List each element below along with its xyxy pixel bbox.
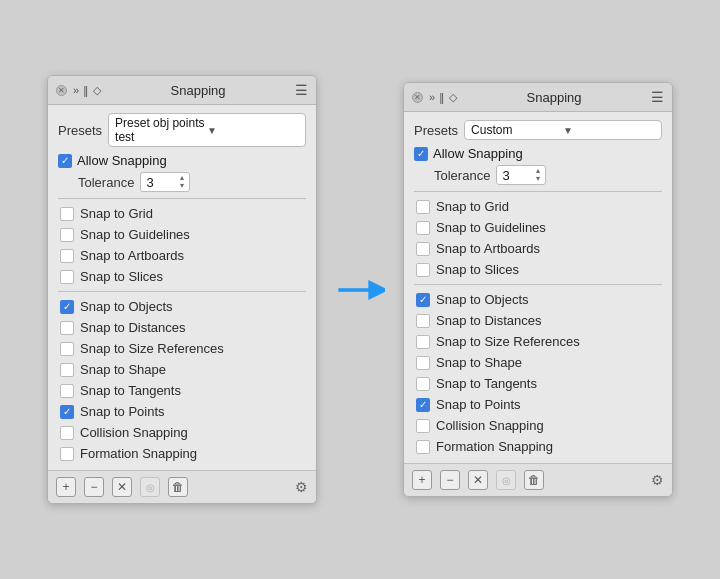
clear-icon[interactable]: ✕ (112, 477, 132, 497)
right-snap-grid-checkbox[interactable] (416, 200, 430, 214)
right-divider-2 (414, 284, 662, 285)
list-item: Snap to Distances (414, 310, 662, 331)
list-item: Snap to Size References (414, 331, 662, 352)
left-panel-footer: + − ✕ ◎ 🗑 ⚙ (48, 470, 316, 503)
snap-shape-checkbox[interactable] (60, 363, 74, 377)
list-item: Snap to Slices (414, 259, 662, 280)
right-close-icon[interactable]: ✕ (412, 92, 423, 103)
left-divider-2 (58, 291, 306, 292)
right-snap-distances-checkbox[interactable] (416, 314, 430, 328)
snap-guidelines-checkbox[interactable] (60, 228, 74, 242)
chevron-right-icon: » (73, 84, 79, 96)
right-snap-objects-label: Snap to Objects (436, 292, 529, 307)
left-tolerance-value: 3 (146, 175, 153, 190)
right-snap-objects-checkbox[interactable]: ✓ (416, 293, 430, 307)
arrow-icon (335, 275, 385, 305)
right-allow-snapping-row: ✓ Allow Snapping (414, 146, 662, 161)
main-container: ✕ » ‖ ◇ Snapping ☰ Presets Preset obj po… (27, 55, 693, 524)
left-divider-1 (58, 198, 306, 199)
trash-icon[interactable]: 🗑 (168, 477, 188, 497)
formation-snapping-checkbox[interactable] (60, 447, 74, 461)
right-snap-guidelines-label: Snap to Guidelines (436, 220, 546, 235)
left-panel: ✕ » ‖ ◇ Snapping ☰ Presets Preset obj po… (47, 75, 317, 504)
left-tolerance-row: Tolerance 3 ▴▾ (58, 172, 306, 192)
list-item: Snap to Guidelines (414, 217, 662, 238)
right-panel-footer: + − ✕ ◎ 🗑 ⚙ (404, 463, 672, 496)
right-divider-1 (414, 191, 662, 192)
list-item: Snap to Grid (58, 203, 306, 224)
left-dropdown-arrow: ▼ (207, 125, 299, 136)
snap-objects-checkbox[interactable]: ✓ (60, 300, 74, 314)
right-preset-value: Custom (471, 123, 563, 137)
snap-distances-checkbox[interactable] (60, 321, 74, 335)
list-item: Snap to Artboards (58, 245, 306, 266)
right-tolerance-input[interactable]: 3 ▴▾ (496, 165, 546, 185)
right-trash-icon[interactable]: 🗑 (524, 470, 544, 490)
list-item: ✓ Snap to Objects (58, 296, 306, 317)
right-snap-shape-label: Snap to Shape (436, 355, 522, 370)
list-item: Formation Snapping (58, 443, 306, 464)
snap-objects-label: Snap to Objects (80, 299, 173, 314)
right-snap-points-label: Snap to Points (436, 397, 521, 412)
snap-tangents-checkbox[interactable] (60, 384, 74, 398)
right-panel: ✕ » ‖ ◇ Snapping ☰ Presets Custom ▼ ✓ Al… (403, 82, 673, 497)
right-allow-snapping-checkbox[interactable]: ✓ (414, 147, 428, 161)
list-item: Snap to Shape (58, 359, 306, 380)
right-snap-guidelines-checkbox[interactable] (416, 221, 430, 235)
left-preset-value: Preset obj points test (115, 116, 207, 144)
right-collision-snapping-checkbox[interactable] (416, 419, 430, 433)
right-presets-row: Presets Custom ▼ (414, 120, 662, 140)
snap-slices-checkbox[interactable] (60, 270, 74, 284)
right-preset-dropdown[interactable]: Custom ▼ (464, 120, 662, 140)
right-snap-tangents-checkbox[interactable] (416, 377, 430, 391)
remove-icon[interactable]: − (84, 477, 104, 497)
sliders-icon[interactable]: ⚙ (295, 479, 308, 495)
right-snap-shape-checkbox[interactable] (416, 356, 430, 370)
right-tolerance-stepper[interactable]: ▴▾ (536, 167, 540, 183)
right-snap-grid-label: Snap to Grid (436, 199, 509, 214)
left-preset-dropdown[interactable]: Preset obj points test ▼ (108, 113, 306, 147)
left-allow-snapping-checkbox[interactable]: ✓ (58, 154, 72, 168)
left-tolerance-input[interactable]: 3 ▴▾ (140, 172, 190, 192)
list-item: Snap to Size References (58, 338, 306, 359)
right-menu-icon[interactable]: ☰ (651, 89, 664, 105)
close-icon[interactable]: ✕ (56, 85, 67, 96)
collision-snapping-checkbox[interactable] (60, 426, 74, 440)
diamond-icon: ◇ (93, 84, 101, 97)
add-icon[interactable]: + (56, 477, 76, 497)
right-snap-artboards-checkbox[interactable] (416, 242, 430, 256)
left-allow-snapping-row: ✓ Allow Snapping (58, 153, 306, 168)
right-remove-icon[interactable]: − (440, 470, 460, 490)
snap-size-ref-checkbox[interactable] (60, 342, 74, 356)
snap-artboards-checkbox[interactable] (60, 249, 74, 263)
snap-size-ref-label: Snap to Size References (80, 341, 224, 356)
right-snap-points-checkbox[interactable]: ✓ (416, 398, 430, 412)
right-add-icon[interactable]: + (412, 470, 432, 490)
list-item: Snap to Grid (414, 196, 662, 217)
snap-distances-label: Snap to Distances (80, 320, 186, 335)
right-clear-icon[interactable]: ✕ (468, 470, 488, 490)
list-item: Snap to Tangents (414, 373, 662, 394)
right-presets-label: Presets (414, 123, 458, 138)
left-menu-icon[interactable]: ☰ (295, 82, 308, 98)
right-header-icons: » ‖ ◇ (429, 91, 457, 104)
right-snap-size-ref-label: Snap to Size References (436, 334, 580, 349)
arrow-container (335, 275, 385, 305)
left-tolerance-stepper[interactable]: ▴▾ (180, 174, 184, 190)
left-panel-body: Presets Preset obj points test ▼ ✓ Allow… (48, 105, 316, 464)
right-snap-slices-checkbox[interactable] (416, 263, 430, 277)
right-formation-snapping-label: Formation Snapping (436, 439, 553, 454)
snap-guidelines-label: Snap to Guidelines (80, 227, 190, 242)
left-presets-label: Presets (58, 123, 102, 138)
collision-snapping-label: Collision Snapping (80, 425, 188, 440)
right-panel-body: Presets Custom ▼ ✓ Allow Snapping Tolera… (404, 112, 672, 457)
list-item: Snap to Slices (58, 266, 306, 287)
snap-points-left-checkbox[interactable]: ✓ (60, 405, 74, 419)
snap-grid-checkbox[interactable] (60, 207, 74, 221)
right-snap-size-ref-checkbox[interactable] (416, 335, 430, 349)
right-snap-tangents-label: Snap to Tangents (436, 376, 537, 391)
right-sliders-icon[interactable]: ⚙ (651, 472, 664, 488)
right-snap-artboards-label: Snap to Artboards (436, 241, 540, 256)
right-formation-snapping-checkbox[interactable] (416, 440, 430, 454)
right-dropdown-arrow: ▼ (563, 125, 655, 136)
